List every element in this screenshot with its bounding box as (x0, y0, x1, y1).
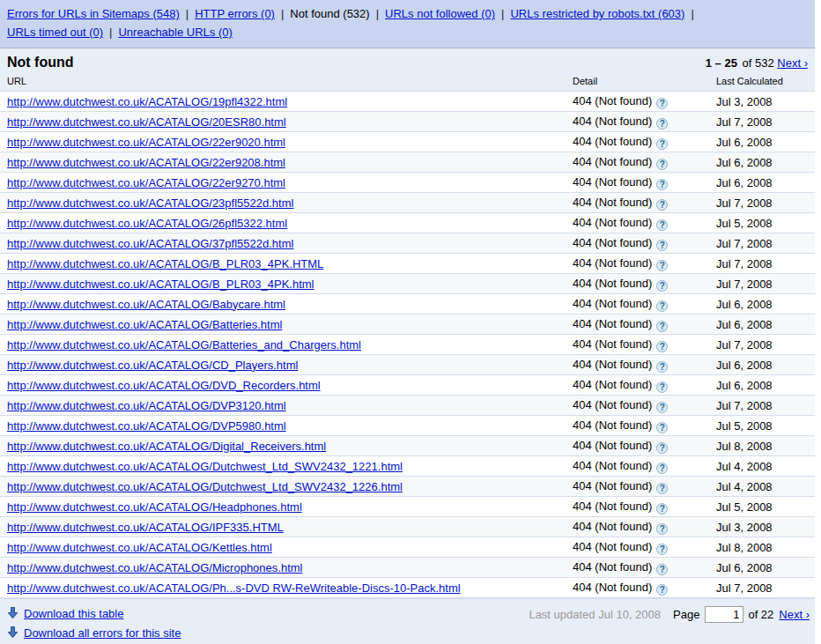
detail-text: 404 (Not found) (573, 540, 652, 553)
help-icon[interactable]: ? (656, 321, 668, 332)
help-icon[interactable]: ? (656, 442, 668, 454)
last-calculated-date: Jul 5, 2008 (716, 217, 815, 230)
url-link[interactable]: http://www.dutchwest.co.uk/ACATALOG/19pf… (7, 95, 287, 108)
help-icon[interactable]: ? (656, 300, 668, 312)
table-row: http://www.dutchwest.co.uk/ACATALOG/CD_P… (0, 355, 815, 375)
url-link[interactable]: http://www.dutchwest.co.uk/ACATALOG/B_PL… (7, 257, 323, 270)
help-icon[interactable]: ? (656, 402, 668, 413)
last-calculated-date: Jul 7, 2008 (716, 257, 815, 270)
column-header-url: URL (0, 76, 573, 86)
detail-text: 404 (Not found) (573, 155, 652, 168)
last-calculated-date: Jul 7, 2008 (716, 581, 815, 595)
help-icon[interactable]: ? (656, 463, 668, 474)
column-header-last-calculated: Last Calculated (716, 76, 815, 86)
url-link[interactable]: http://www.dutchwest.co.uk/ACATALOG/22er… (7, 176, 285, 189)
url-link[interactable]: http://www.dutchwest.co.uk/ACATALOG/DVD_… (7, 379, 321, 392)
last-calculated-date: Jul 6, 2008 (716, 298, 815, 311)
url-link[interactable]: http://www.dutchwest.co.uk/ACATALOG/Dutc… (7, 480, 403, 493)
last-calculated-date: Jul 5, 2008 (716, 419, 815, 433)
last-calculated-date: Jul 5, 2008 (716, 500, 815, 514)
detail-text: 404 (Not found) (573, 581, 652, 594)
next-page-link[interactable]: Next › (777, 56, 808, 70)
tab-errors-for-urls-in-sitemaps-548[interactable]: Errors for URLs in Sitemaps (548) (7, 7, 180, 20)
url-link[interactable]: http://www.dutchwest.co.uk/ACATALOG/26pf… (7, 217, 287, 230)
detail-text: 404 (Not found) (573, 418, 652, 432)
url-link[interactable]: http://www.dutchwest.co.uk/ACATALOG/B_PL… (7, 278, 314, 291)
table-row: http://www.dutchwest.co.uk/ACATALOG/B_PL… (0, 254, 815, 274)
help-icon[interactable]: ? (656, 381, 668, 393)
tab-http-errors-0[interactable]: HTTP errors (0) (195, 7, 275, 20)
last-calculated-date: Jul 7, 2008 (716, 196, 815, 210)
url-link[interactable]: http://www.dutchwest.co.uk/ACATALOG/37pf… (7, 237, 293, 250)
not-found-table: http://www.dutchwest.co.uk/ACATALOG/19pf… (0, 91, 815, 598)
help-icon[interactable]: ? (656, 260, 668, 271)
help-icon[interactable]: ? (656, 503, 668, 514)
detail-text: 404 (Not found) (573, 520, 652, 533)
tab-urls-not-followed-0[interactable]: URLs not followed (0) (385, 7, 495, 20)
url-link[interactable]: http://www.dutchwest.co.uk/ACATALOG/Head… (7, 500, 302, 514)
help-icon[interactable]: ? (656, 118, 668, 130)
url-link[interactable]: http://www.dutchwest.co.uk/ACATALOG/Digi… (7, 440, 326, 453)
table-row: http://www.dutchwest.co.uk/ACATALOG/Head… (0, 497, 815, 517)
help-icon[interactable]: ? (656, 240, 668, 251)
detail-text: 404 (Not found) (573, 459, 652, 472)
help-icon[interactable]: ? (656, 544, 668, 555)
pagination-range: 1 – 25 (706, 56, 737, 70)
panel-header: Not found 1 – 25 of 532 Next › URL Detai… (0, 48, 815, 91)
url-link[interactable]: http://www.dutchwest.co.uk/ACATALOG/Kett… (7, 541, 272, 554)
help-icon[interactable]: ? (656, 280, 668, 292)
url-link[interactable]: http://www.dutchwest.co.uk/ACATALOG/Baby… (7, 298, 285, 311)
table-row: http://www.dutchwest.co.uk/ACATALOG/26pf… (0, 213, 815, 233)
download-all-errors-link[interactable]: Download all errors for this site (7, 626, 181, 640)
url-link[interactable]: http://www.dutchwest.co.uk/ACATALOG/CD_P… (7, 359, 298, 372)
tab-urls-restricted-by-robots-txt-603[interactable]: URLs restricted by robots.txt (603) (510, 7, 684, 20)
table-footer: Download this table Download all errors … (0, 598, 815, 644)
last-calculated-date: Jul 6, 2008 (716, 359, 815, 372)
help-icon[interactable]: ? (656, 159, 668, 170)
url-link[interactable]: http://www.dutchwest.co.uk/ACATALOG/23pf… (7, 196, 293, 210)
url-link[interactable]: http://www.dutchwest.co.uk/ACATALOG/Ph..… (7, 581, 461, 595)
url-link[interactable]: http://www.dutchwest.co.uk/ACATALOG/Dutc… (7, 460, 403, 473)
help-icon[interactable]: ? (656, 179, 668, 190)
url-link[interactable]: http://www.dutchwest.co.uk/ACATALOG/22er… (7, 156, 285, 169)
page-number-input[interactable] (705, 606, 743, 623)
help-icon[interactable]: ? (656, 199, 668, 211)
url-link[interactable]: http://www.dutchwest.co.uk/ACATALOG/Batt… (7, 318, 282, 331)
detail-text: 404 (Not found) (573, 337, 652, 351)
url-link[interactable]: http://www.dutchwest.co.uk/ACATALOG/DVP5… (7, 419, 286, 433)
last-calculated-date: Jul 4, 2008 (716, 460, 815, 473)
help-icon[interactable]: ? (656, 422, 668, 433)
help-icon[interactable]: ? (656, 98, 668, 109)
tab-separator: | (376, 7, 379, 20)
detail-text: 404 (Not found) (573, 277, 652, 290)
download-arrow-icon (7, 607, 18, 619)
help-icon[interactable]: ? (656, 523, 668, 535)
tab-separator: | (501, 7, 504, 20)
table-row: http://www.dutchwest.co.uk/ACATALOG/DVP3… (0, 396, 815, 416)
table-column-headers: URL Detail Last Calculated (0, 73, 815, 91)
help-icon[interactable]: ? (656, 564, 668, 575)
help-icon[interactable]: ? (656, 219, 668, 231)
detail-text: 404 (Not found) (573, 135, 652, 148)
url-link[interactable]: http://www.dutchwest.co.uk/ACATALOG/Micr… (7, 561, 302, 574)
detail-text: 404 (Not found) (573, 560, 652, 574)
url-link[interactable]: http://www.dutchwest.co.uk/ACATALOG/20ES… (7, 115, 286, 129)
last-calculated-date: Jul 8, 2008 (716, 541, 815, 554)
next-page-link-bottom[interactable]: Next › (779, 608, 810, 621)
url-link[interactable]: http://www.dutchwest.co.uk/ACATALOG/22er… (7, 136, 285, 149)
download-table-link[interactable]: Download this table (7, 607, 123, 620)
help-icon[interactable]: ? (656, 584, 668, 596)
help-icon[interactable]: ? (656, 138, 668, 150)
tab-separator: | (281, 7, 284, 20)
tab-urls-timed-out-0[interactable]: URLs timed out (0) (7, 26, 103, 39)
help-icon[interactable]: ? (656, 341, 668, 352)
help-icon[interactable]: ? (656, 361, 668, 373)
url-link[interactable]: http://www.dutchwest.co.uk/ACATALOG/IPF3… (7, 521, 284, 534)
tab-line-1: Errors for URLs in Sitemaps (548)|HTTP e… (7, 4, 808, 23)
detail-text: 404 (Not found) (573, 317, 652, 330)
help-icon[interactable]: ? (656, 483, 668, 494)
tab-unreachable-urls-0[interactable]: Unreachable URLs (0) (118, 26, 232, 39)
download-arrow-icon (7, 626, 18, 639)
url-link[interactable]: http://www.dutchwest.co.uk/ACATALOG/Batt… (7, 338, 361, 352)
url-link[interactable]: http://www.dutchwest.co.uk/ACATALOG/DVP3… (7, 399, 286, 412)
